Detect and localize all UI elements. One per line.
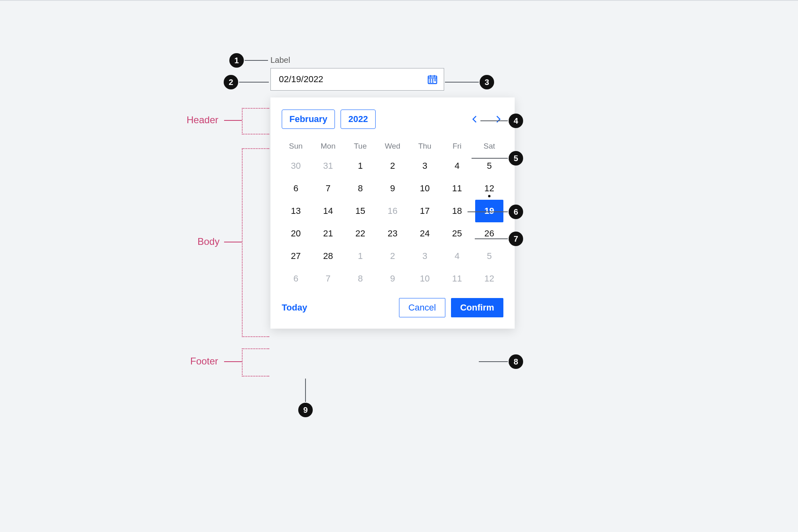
chevron-right-icon — [493, 114, 503, 124]
calendar-day[interactable]: 25 — [443, 222, 471, 245]
calendar-week-row: 272812345 — [282, 245, 503, 267]
chevron-left-icon — [470, 114, 480, 124]
year-select-button[interactable]: 2022 — [341, 110, 376, 129]
calendar-grid: Sun Mon Tue Wed Thu Fri Sat 303112345678… — [282, 139, 503, 290]
calendar-day[interactable]: 26 — [475, 222, 503, 245]
calendar-day[interactable]: 4 — [443, 155, 471, 177]
next-month-button[interactable] — [493, 114, 503, 124]
calendar-day-today[interactable]: 12 — [475, 177, 503, 200]
section-label-footer: Footer — [190, 356, 218, 367]
callout-6: 6 — [509, 205, 523, 219]
callout-4-lead — [480, 120, 508, 121]
weekday-label: Fri — [443, 139, 471, 155]
callout-5: 5 — [509, 151, 523, 166]
callout-7-lead — [475, 238, 508, 239]
callout-8: 8 — [509, 354, 523, 369]
weekday-label: Thu — [411, 139, 439, 155]
calendar-day[interactable]: 28 — [314, 245, 342, 267]
calendar-day[interactable]: 30 — [282, 155, 310, 177]
calendar-day[interactable]: 15 — [346, 200, 374, 222]
calendar-panel: February 2022 Sun Mon Tue Wed Thu Fri Sa… — [270, 97, 515, 329]
calendar-day[interactable]: 18 — [443, 200, 471, 222]
today-link[interactable]: Today — [282, 302, 307, 313]
calendar-day[interactable]: 3 — [411, 155, 439, 177]
section-label-body: Body — [197, 236, 220, 247]
calendar-day[interactable]: 7 — [314, 267, 342, 290]
weekday-label: Sun — [282, 139, 310, 155]
date-field-label: Label — [270, 56, 444, 65]
calendar-day[interactable]: 6 — [282, 267, 310, 290]
confirm-button[interactable]: Confirm — [451, 298, 503, 317]
calendar-day: 16 — [378, 200, 407, 222]
calendar-day[interactable]: 2 — [378, 155, 407, 177]
callout-1: 1 — [229, 53, 244, 68]
weekday-label: Sat — [475, 139, 503, 155]
calendar-day[interactable]: 8 — [346, 267, 374, 290]
weekday-header-row: Sun Mon Tue Wed Thu Fri Sat — [282, 139, 503, 155]
calendar-day[interactable]: 11 — [443, 267, 471, 290]
month-nav — [470, 114, 503, 124]
footer-bracket — [242, 348, 269, 377]
calendar-day[interactable]: 13 — [282, 200, 310, 222]
calendar-day[interactable]: 1 — [346, 245, 374, 267]
calendar-day[interactable]: 4 — [443, 245, 471, 267]
weekday-label: Mon — [314, 139, 342, 155]
calendar-day[interactable]: 24 — [411, 222, 439, 245]
calendar-day[interactable]: 10 — [411, 267, 439, 290]
calendar-day[interactable]: 27 — [282, 245, 310, 267]
calendar-day[interactable]: 14 — [314, 200, 342, 222]
calendar-week-row: 6789101112 — [282, 177, 503, 200]
callout-9-lead — [305, 379, 306, 402]
calendar-day[interactable]: 1 — [346, 155, 374, 177]
weekday-label: Wed — [378, 139, 407, 155]
calendar-day[interactable]: 2 — [378, 245, 407, 267]
calendar-week-row: 303112345 — [282, 155, 503, 177]
callout-5-lead — [472, 158, 508, 159]
calendar-day[interactable]: 10 — [411, 177, 439, 200]
month-select-button[interactable]: February — [282, 110, 335, 129]
calendar-week-row: 6789101112 — [282, 267, 503, 290]
calendar-day[interactable]: 9 — [378, 267, 407, 290]
calendar-footer: Today Cancel Confirm — [282, 298, 503, 317]
callout-3-lead — [445, 82, 479, 83]
calendar-day[interactable]: 17 — [411, 200, 439, 222]
body-lead — [224, 242, 242, 242]
date-field-group: Label — [270, 56, 444, 91]
calendar-day[interactable]: 3 — [411, 245, 439, 267]
footer-lead — [224, 361, 242, 362]
calendar-header: February 2022 — [282, 110, 503, 129]
callout-6-lead — [468, 211, 508, 212]
callout-8-lead — [479, 361, 508, 362]
calendar-day[interactable]: 20 — [282, 222, 310, 245]
prev-month-button[interactable] — [470, 114, 480, 124]
body-bracket — [242, 148, 269, 337]
header-lead — [224, 120, 242, 121]
cancel-button[interactable]: Cancel — [399, 298, 445, 317]
calendar-day[interactable]: 22 — [346, 222, 374, 245]
calendar-day[interactable]: 6 — [282, 177, 310, 200]
calendar-day[interactable]: 31 — [314, 155, 342, 177]
callout-2-lead — [239, 82, 269, 83]
calendar-icon[interactable] — [427, 74, 438, 85]
weekday-label: Tue — [346, 139, 374, 155]
calendar-day[interactable]: 23 — [378, 222, 407, 245]
callout-9: 9 — [298, 403, 313, 417]
callout-4: 4 — [509, 114, 523, 128]
header-bracket — [242, 108, 269, 135]
date-field[interactable] — [270, 68, 444, 91]
calendar-day[interactable]: 5 — [475, 245, 503, 267]
calendar-day[interactable]: 8 — [346, 177, 374, 200]
calendar-day[interactable]: 11 — [443, 177, 471, 200]
calendar-day[interactable]: 21 — [314, 222, 342, 245]
calendar-day[interactable]: 7 — [314, 177, 342, 200]
calendar-day-selected[interactable]: 19 — [475, 200, 503, 222]
section-label-header: Header — [187, 114, 218, 126]
callout-2: 2 — [224, 75, 238, 89]
calendar-week-row: 13141516171819 — [282, 200, 503, 222]
callout-1-lead — [245, 60, 268, 61]
date-input[interactable] — [278, 74, 427, 85]
calendar-day[interactable]: 12 — [475, 267, 503, 290]
calendar-day[interactable]: 9 — [378, 177, 407, 200]
calendar-week-row: 20212223242526 — [282, 222, 503, 245]
diagram-stage: { "field": { "label": "Label", "value": … — [0, 0, 798, 532]
